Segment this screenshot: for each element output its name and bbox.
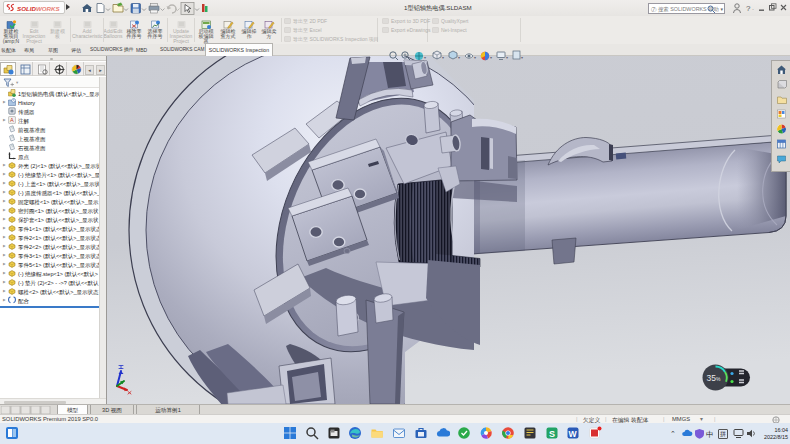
svg-text:▾: ▾ xyxy=(458,55,460,60)
svg-text:▾: ▾ xyxy=(442,55,444,60)
svg-text:·: · xyxy=(752,6,754,12)
svg-text:?: ? xyxy=(746,4,751,13)
svg-text:▾: ▾ xyxy=(521,55,523,60)
svg-text:S: S xyxy=(549,429,555,439)
svg-text:▾: ▾ xyxy=(490,55,492,60)
svg-text:SOLIDWORKS: SOLIDWORKS xyxy=(17,5,61,12)
svg-text:W: W xyxy=(569,429,578,439)
svg-text:▾: ▾ xyxy=(506,55,508,60)
svg-text:▾: ▾ xyxy=(424,55,426,60)
svg-text:▾: ▾ xyxy=(474,55,476,60)
svg-text:A: A xyxy=(10,117,14,123)
